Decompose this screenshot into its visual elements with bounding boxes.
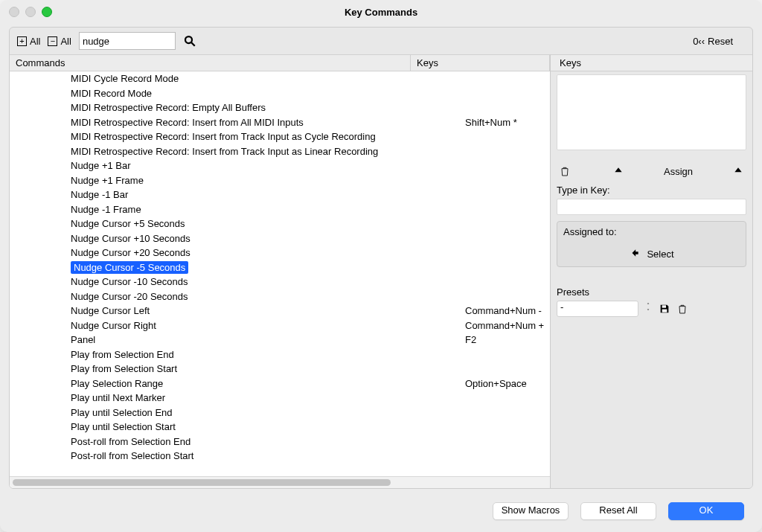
table-row[interactable]: PanelF2 <box>10 333 550 347</box>
collapse-all-label: All <box>60 36 71 47</box>
select-assigned-button[interactable]: Select <box>647 249 673 260</box>
command-cell: Panel <box>10 333 459 347</box>
main-split: Commands Keys MIDI Cycle Record ModeMIDI… <box>10 54 752 488</box>
chevron-down-icon: ˅ <box>643 309 653 315</box>
key-cell <box>459 202 550 217</box>
table-row[interactable]: Nudge +1 Frame <box>10 173 550 188</box>
table-header: Commands Keys <box>10 54 550 71</box>
command-cell: Nudge Cursor -5 Seconds <box>10 260 459 275</box>
key-cell: Command+Num - <box>459 304 550 318</box>
save-preset-button[interactable] <box>658 302 671 315</box>
go-to-assigned-icon[interactable] <box>629 248 641 260</box>
table-row[interactable]: Play Selection RangeOption+Space <box>10 376 550 391</box>
table-row[interactable]: Nudge Cursor LeftCommand+Num - <box>10 304 550 318</box>
minimize-window-button[interactable] <box>25 7 36 17</box>
key-commands-window: Key Commands + All − All 0‹‹ Reset <box>0 0 762 532</box>
key-cell: Command+Num + <box>459 318 550 333</box>
key-cell <box>459 347 550 362</box>
reset-counter: 0‹‹ <box>693 36 705 47</box>
table-row[interactable]: Play from Selection End <box>10 347 550 362</box>
col-header-commands[interactable]: Commands <box>10 55 411 71</box>
table-row[interactable]: Nudge Cursor -10 Seconds <box>10 275 550 289</box>
collapse-all-button[interactable]: − All <box>48 36 71 47</box>
move-up-button[interactable] <box>610 164 627 179</box>
command-label: MIDI Retrospective Record: Insert from A… <box>71 117 304 128</box>
window-title: Key Commands <box>0 7 762 18</box>
table-row[interactable]: Play until Next Marker <box>10 391 550 406</box>
scrollbar-thumb[interactable] <box>13 479 391 486</box>
table-row[interactable]: Nudge +1 Bar <box>10 158 550 173</box>
reset-search-button[interactable]: 0‹‹ Reset <box>693 36 745 47</box>
command-cell: Nudge +1 Frame <box>10 173 459 188</box>
table-row[interactable]: Nudge Cursor -20 Seconds <box>10 289 550 304</box>
table-row[interactable]: Play until Selection End <box>10 406 550 420</box>
presets-select[interactable]: - <box>557 301 638 317</box>
close-window-button[interactable] <box>9 7 19 17</box>
assigned-to-label: Assigned to: <box>563 226 740 237</box>
key-cell <box>459 406 550 420</box>
show-macros-button[interactable]: Show Macros <box>493 502 569 520</box>
key-cell <box>459 144 550 159</box>
content-frame: + All − All 0‹‹ Reset Commands <box>9 27 753 489</box>
col-header-keys[interactable]: Keys <box>411 55 550 71</box>
ok-button[interactable]: OK <box>668 502 744 520</box>
move-down-button[interactable] <box>730 164 746 179</box>
dialog-footer: Show Macros Reset All OK <box>0 495 762 532</box>
table-row[interactable]: MIDI Retrospective Record: Insert from A… <box>10 115 550 130</box>
command-cell: Play until Selection End <box>10 406 459 420</box>
table-row[interactable]: Nudge Cursor +10 Seconds <box>10 231 550 246</box>
search-input[interactable] <box>79 32 176 50</box>
reset-all-button[interactable]: Reset All <box>580 502 656 520</box>
key-cell <box>459 71 550 86</box>
table-row[interactable]: MIDI Record Mode <box>10 86 550 101</box>
table-row[interactable]: Nudge Cursor -5 Seconds <box>10 260 550 275</box>
command-label: Panel <box>71 334 95 345</box>
key-cell <box>459 158 550 173</box>
table-row[interactable]: Nudge Cursor RightCommand+Num + <box>10 318 550 333</box>
command-label: Play from Selection Start <box>71 363 177 374</box>
assign-toolbar: Assign <box>557 164 746 179</box>
command-cell: Post-roll from Selection Start <box>10 449 459 464</box>
table-row[interactable]: Post-roll from Selection Start <box>10 449 550 464</box>
key-cell <box>459 362 550 376</box>
key-cell <box>459 100 550 115</box>
table-row[interactable]: MIDI Retrospective Record: Insert from T… <box>10 144 550 159</box>
key-cell <box>459 246 550 260</box>
table-row[interactable]: Play until Selection Start <box>10 420 550 435</box>
presets-stepper[interactable]: ˄ ˅ <box>643 301 653 316</box>
presets-label: Presets <box>557 286 746 298</box>
table-row[interactable]: MIDI Cycle Record Mode <box>10 71 550 86</box>
details-panel: Keys Assign <box>551 54 752 488</box>
horizontal-scrollbar[interactable] <box>10 476 550 488</box>
key-cell <box>459 231 550 246</box>
table-row[interactable]: MIDI Retrospective Record: Empty All Buf… <box>10 100 550 115</box>
delete-key-button[interactable] <box>557 164 573 179</box>
command-label: Nudge Cursor +20 Seconds <box>71 247 190 258</box>
expand-all-button[interactable]: + All <box>17 36 40 47</box>
key-cell <box>459 188 550 202</box>
key-cell <box>459 391 550 406</box>
table-row[interactable]: MIDI Retrospective Record: Insert from T… <box>10 129 550 144</box>
commands-list[interactable]: MIDI Cycle Record ModeMIDI Record ModeMI… <box>10 71 550 476</box>
maximize-window-button[interactable] <box>42 7 52 17</box>
minus-box-icon: − <box>48 36 57 46</box>
command-cell: Nudge +1 Bar <box>10 158 459 173</box>
search-icon[interactable] <box>183 34 196 48</box>
table-row[interactable]: Nudge Cursor +20 Seconds <box>10 246 550 260</box>
table-row[interactable]: Play from Selection Start <box>10 362 550 376</box>
table-row[interactable]: Nudge -1 Frame <box>10 202 550 217</box>
assigned-keys-listbox[interactable] <box>557 74 746 150</box>
table-row[interactable]: Nudge Cursor +5 Seconds <box>10 217 550 231</box>
table-row[interactable]: Post-roll from Selection End <box>10 435 550 449</box>
type-in-key-input[interactable] <box>557 199 746 215</box>
command-label: Nudge Cursor -5 Seconds <box>71 261 188 274</box>
svg-rect-3 <box>662 310 667 313</box>
command-cell: Play Selection Range <box>10 376 459 391</box>
command-label: Play Selection Range <box>71 378 163 389</box>
svg-point-0 <box>185 36 192 43</box>
commands-panel: Commands Keys MIDI Cycle Record ModeMIDI… <box>10 54 551 488</box>
table-row[interactable]: Nudge -1 Bar <box>10 188 550 202</box>
delete-preset-button[interactable] <box>676 302 689 315</box>
key-cell <box>459 260 550 275</box>
command-cell: Post-roll from Selection End <box>10 435 459 449</box>
